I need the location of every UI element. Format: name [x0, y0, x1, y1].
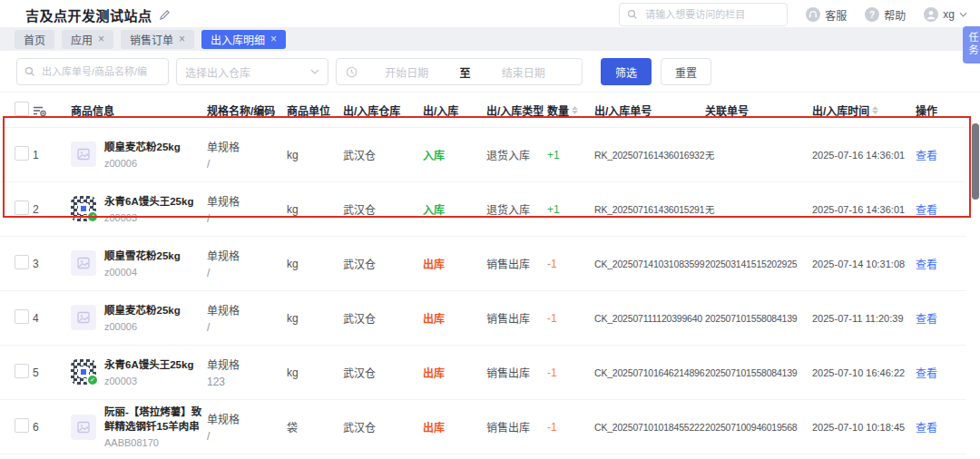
quantity: +1: [547, 203, 560, 216]
col-time[interactable]: 出/入库时间: [812, 93, 916, 128]
verified-check-icon: ✓: [86, 374, 99, 386]
table-row: 6 ✓ 阮丽-【塔拉烤薯】致鲜精选钢钎15羊肉串 AABB08170 单规格 /…: [0, 400, 966, 454]
col-product: 商品信息: [71, 93, 207, 128]
help-button[interactable]: ? 帮助: [865, 7, 906, 23]
start-date-field[interactable]: 开始日期: [358, 64, 456, 80]
col-warehouse: 出/入库仓库: [343, 93, 423, 128]
table-header-row: 商品信息 规格名称/编码 商品单位 出/入库仓库 出/入库 出/入库类型 数量 …: [0, 93, 966, 128]
quantity: -1: [547, 258, 557, 270]
keyword-input[interactable]: [40, 65, 161, 78]
close-tab-icon[interactable]: ×: [98, 34, 104, 44]
spec-code: /: [207, 430, 283, 443]
scrollbar-thumb[interactable]: [972, 123, 979, 200]
warehouse-select[interactable]: 选择出入仓库: [176, 58, 328, 85]
product-thumb: ✓: [71, 305, 96, 330]
inout-table-section: 商品信息 规格名称/编码 商品单位 出/入库仓库 出/入库 出/入库类型 数量 …: [0, 93, 980, 459]
close-tab-icon[interactable]: ×: [179, 34, 185, 44]
table-row: 3 ✓ 顺皇雪花粉25kg z00004 单规格 / kg 武汉仓 出库: [0, 237, 966, 291]
inout-type: 销售出库: [486, 237, 547, 291]
row-checkbox[interactable]: [15, 418, 29, 433]
product-name: 阮丽-【塔拉烤薯】致鲜精选钢钎15羊肉串: [104, 405, 203, 434]
unit: kg: [287, 291, 343, 346]
direction-badge: 出库: [423, 367, 445, 380]
direction-badge: 入库: [423, 150, 445, 162]
order-no: CK_202507141031083599: [594, 237, 705, 291]
svg-text:?: ?: [869, 10, 875, 20]
page-title: 吉及点开发测试站点: [25, 5, 152, 24]
view-link[interactable]: 查看: [916, 259, 937, 271]
spec-name: 单规格: [207, 302, 283, 317]
spec-name: 单规格: [207, 411, 283, 426]
inout-type: 销售出库: [486, 400, 547, 454]
select-all-checkbox[interactable]: [15, 102, 29, 116]
view-link[interactable]: 查看: [916, 422, 937, 435]
close-tab-icon[interactable]: ×: [270, 34, 277, 44]
tab-inout-detail[interactable]: 出入库明细 ×: [201, 30, 286, 49]
reset-button[interactable]: 重置: [661, 58, 711, 85]
unit: 无: [287, 454, 343, 459]
view-link[interactable]: 查看: [916, 313, 937, 326]
question-icon: ?: [865, 7, 879, 22]
view-link[interactable]: 查看: [916, 367, 937, 380]
warehouse: 武汉仓: [343, 182, 423, 237]
inout-table: 商品信息 规格名称/编码 商品单位 出/入库仓库 出/入库 出/入库类型 数量 …: [0, 93, 966, 459]
product-code: z00006: [104, 158, 181, 169]
sort-icon[interactable]: [572, 106, 578, 114]
user-menu[interactable]: xg: [924, 7, 967, 22]
related-order-no: 202503141515202925: [705, 237, 812, 291]
inout-type: 销售出库: [486, 454, 547, 459]
row-checkbox[interactable]: [15, 309, 29, 324]
tab-bar: 首页 应用 × 销售订单 × 出入库明细 ×: [0, 27, 980, 51]
warehouse: 武汉仓: [343, 128, 423, 182]
inout-time: 2025-07-10 16:46:22: [812, 346, 916, 400]
table-scrollbar[interactable]: [971, 120, 979, 457]
search-icon: [627, 9, 638, 20]
row-index: 5: [33, 346, 71, 400]
edit-title-icon[interactable]: [159, 9, 171, 21]
warehouse: 武汉仓: [343, 400, 423, 454]
related-order-no: 202507101558084139: [705, 346, 812, 400]
customer-service-button[interactable]: 客服: [806, 7, 847, 23]
table-row: 2 ✓ 永青6A馒头王25kg z00003 单规格 / kg 武汉仓 入库: [0, 182, 966, 237]
warehouse: 武汉仓: [343, 237, 423, 291]
related-order-no: 无: [705, 182, 812, 237]
inout-type: 退货入库: [486, 182, 547, 237]
related-order-no: 202507100946019568: [705, 400, 812, 454]
product-thumb: ✓: [71, 359, 96, 385]
filter-button[interactable]: 筛选: [601, 58, 652, 85]
related-order-no: 202507100922174120: [705, 454, 812, 459]
spec-name: 单规格: [207, 356, 283, 372]
global-search[interactable]: [619, 3, 788, 26]
username: xg: [943, 8, 955, 21]
end-date-field[interactable]: 结束日期: [475, 64, 573, 80]
row-checkbox[interactable]: [15, 255, 29, 269]
quantity: +1: [547, 149, 560, 161]
sort-icon[interactable]: [872, 106, 878, 114]
date-range-picker[interactable]: 开始日期 至 结束日期: [336, 58, 583, 85]
product-name: 永青6A馒头王25kg: [104, 195, 193, 210]
spec-code: /: [207, 321, 283, 334]
row-checkbox[interactable]: [15, 364, 29, 378]
global-search-input[interactable]: [643, 8, 779, 21]
product-name: 顺皇雪花粉25kg: [104, 249, 181, 264]
task-panel-toggle[interactable]: 任务: [963, 26, 980, 63]
row-checkbox[interactable]: [15, 200, 29, 215]
tab-sales-orders[interactable]: 销售订单 ×: [121, 30, 194, 49]
col-direction: 出/入库: [423, 93, 486, 128]
col-qty[interactable]: 数量: [547, 93, 594, 128]
view-link[interactable]: 查看: [916, 150, 937, 162]
headset-icon: [806, 7, 820, 22]
row-index: 2: [33, 182, 71, 237]
inout-time: 2025-07-16 14:36:01: [812, 128, 916, 182]
row-checkbox[interactable]: [15, 146, 29, 161]
direction-badge: 出库: [423, 313, 445, 326]
tab-apps[interactable]: 应用 ×: [62, 30, 113, 49]
spec-name: 单规格: [207, 248, 283, 263]
keyword-filter[interactable]: [16, 58, 169, 85]
product-code: z00003: [104, 376, 193, 386]
column-settings-icon[interactable]: [33, 104, 67, 117]
clock-icon: [346, 66, 358, 78]
tab-home[interactable]: 首页: [15, 30, 54, 49]
view-link[interactable]: 查看: [916, 204, 937, 217]
row-index: 6: [33, 400, 71, 454]
